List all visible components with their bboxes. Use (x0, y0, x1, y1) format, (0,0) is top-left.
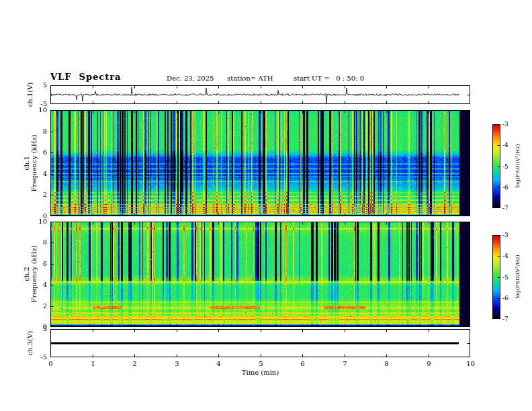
colorbar-2-tick-neg3: -3 (502, 232, 517, 238)
colorbar-1-tick-neg7: -7 (502, 205, 517, 212)
x-tick-8: 8 (380, 360, 394, 367)
spec2-ytick-8: 8 (36, 238, 47, 246)
x-tick-10: 10 (463, 360, 478, 367)
x-tick-3: 3 (170, 360, 184, 367)
ch1-waveform-canvas (50, 85, 470, 104)
colorbar-2-tick-neg7: -7 (502, 316, 517, 322)
figure-title: VLF Spectra (50, 72, 121, 82)
ch3-wave-ytick-5: 5 (36, 325, 47, 332)
spec2-ytick-10: 10 (36, 218, 47, 225)
spec2-channel-label: ch.2 (23, 245, 30, 302)
start-ut-label: start UT = 0 : 50: 0 (294, 75, 364, 82)
x-tick-5: 5 (254, 360, 268, 367)
spec1-frequency-label: Frequency (kHz) (30, 134, 38, 191)
spec1-ylabel: ch.1 Frequency (kHz) (23, 134, 38, 191)
spec1-ytick-10: 10 (36, 106, 47, 113)
x-tick-6: 6 (296, 360, 310, 367)
colorbar-1-unit-label: log(PSD)(V²/Hz) (514, 144, 521, 187)
ch2-spectrogram-canvas (50, 222, 470, 327)
colorbar-2-unit-text: log(PSD)(V²/Hz) (514, 255, 521, 298)
vlf-spectra-figure: VLF Spectra Dec. 23, 2025 station= ATH s… (0, 0, 532, 411)
colorbar-2 (492, 235, 500, 319)
ch3-wave-ylabel-text: ch.3(V) (26, 331, 34, 356)
colorbar-2-unit-label: log(PSD)(V²/Hz) (514, 255, 521, 298)
ch1-wave-ylabel-text: ch.1(V) (26, 83, 34, 107)
ch3-waveform-canvas (50, 329, 470, 357)
colorbar-1 (492, 124, 500, 208)
colorbar-1-tick-neg3: -3 (502, 121, 517, 128)
ch3-wave-ylabel: ch.3(V) (26, 331, 34, 356)
spec1-ytick-6: 6 (36, 148, 47, 156)
spec1-channel-label: ch.1 (23, 134, 30, 191)
x-tick-2: 2 (128, 360, 142, 367)
spec2-ytick-4: 4 (36, 281, 47, 288)
x-tick-4: 4 (212, 360, 226, 367)
spec2-ylabel: ch.2 Frequency (kHz) (23, 245, 38, 302)
colorbar-1-unit-text: log(PSD)(V²/Hz) (514, 144, 521, 187)
spec1-ytick-8: 8 (36, 128, 47, 135)
x-axis-label: Time (min) (226, 369, 294, 376)
spec2-ytick-2: 2 (36, 302, 47, 310)
spec1-ytick-4: 4 (36, 170, 47, 177)
station-label: station= ATH (227, 75, 273, 82)
spec1-ytick-2: 2 (36, 191, 47, 198)
x-tick-9: 9 (422, 360, 436, 367)
x-tick-1: 1 (86, 360, 100, 367)
spec2-frequency-label: Frequency (kHz) (30, 245, 38, 302)
ch1-wave-ylabel: ch.1(V) (26, 83, 34, 107)
ch1-spectrogram-canvas (50, 110, 470, 216)
spec2-ytick-6: 6 (36, 260, 47, 267)
ch1-wave-ytick-5: 5 (36, 81, 47, 89)
x-tick-7: 7 (338, 360, 352, 367)
x-tick-0: 0 (44, 360, 58, 367)
date-label: Dec. 23, 2025 (167, 75, 214, 82)
